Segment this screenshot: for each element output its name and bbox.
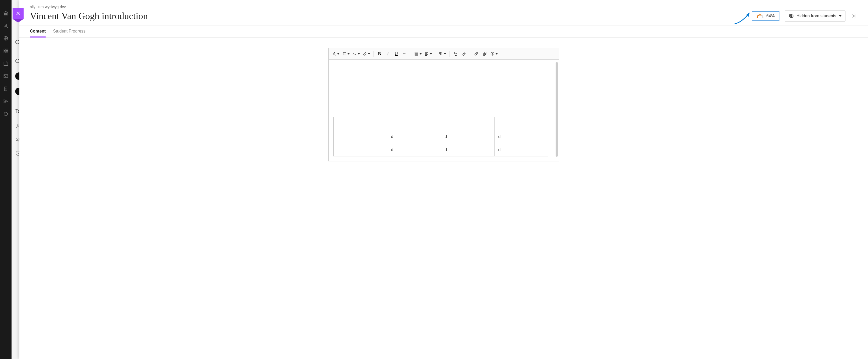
hidden-icon: [788, 13, 794, 19]
svg-point-8: [17, 124, 19, 126]
attach-button[interactable]: [480, 50, 489, 58]
under-text: D: [15, 108, 20, 115]
svg-rect-3: [6, 49, 8, 51]
visibility-dropdown[interactable]: Hidden from students: [785, 10, 845, 22]
link-button[interactable]: [472, 50, 480, 58]
table-cell[interactable]: d: [441, 130, 495, 143]
toolbar-separator: [449, 51, 450, 57]
grid-icon[interactable]: [3, 48, 8, 54]
toolbar-separator: [411, 51, 411, 57]
panel-tabs: Content Student Progress: [20, 25, 868, 37]
svg-point-18: [403, 54, 404, 54]
history-icon[interactable]: [3, 111, 8, 116]
editor-content[interactable]: d d d d d d: [329, 60, 559, 161]
accessibility-score-button[interactable]: 64%: [752, 11, 779, 21]
svg-point-20: [405, 54, 406, 54]
page-title[interactable]: Vincent Van Gogh introduction: [30, 10, 752, 22]
chevron-down-icon: [839, 15, 841, 17]
svg-point-0: [5, 24, 7, 26]
svg-point-9: [17, 138, 18, 140]
svg-rect-21: [415, 52, 418, 55]
table-row: d d d: [334, 130, 548, 143]
calendar-icon[interactable]: [3, 61, 8, 66]
settings-button[interactable]: [851, 12, 858, 20]
bold-button[interactable]: B: [376, 50, 383, 58]
breadcrumb[interactable]: ally-ultra-wysiwyg-dev: [30, 5, 752, 9]
table-row: [334, 117, 548, 130]
content-table[interactable]: d d d d d d: [333, 117, 548, 157]
table-row: d d d: [334, 143, 548, 157]
svg-text:A: A: [354, 53, 356, 55]
nav-rail: [0, 0, 11, 359]
tab-content[interactable]: Content: [30, 25, 45, 37]
send-icon[interactable]: [3, 99, 8, 104]
panel-header: ally-ultra-wysiwyg-dev Vincent Van Gogh …: [20, 0, 868, 25]
font-family-dropdown[interactable]: [341, 50, 351, 58]
table-cell[interactable]: d: [495, 143, 548, 157]
editor-scrollbar[interactable]: [556, 62, 558, 157]
table-dropdown[interactable]: [413, 50, 423, 58]
mail-icon[interactable]: [3, 74, 8, 79]
table-cell[interactable]: [495, 117, 548, 130]
paragraph-dropdown[interactable]: [437, 50, 447, 58]
svg-rect-5: [6, 51, 8, 53]
table-cell[interactable]: [334, 130, 388, 143]
gauge-icon: [756, 13, 764, 18]
align-dropdown[interactable]: [423, 50, 433, 58]
underline-button[interactable]: U: [392, 50, 400, 58]
more-formatting-button[interactable]: [401, 50, 409, 58]
tab-student-progress[interactable]: Student Progress: [53, 25, 86, 37]
table-cell[interactable]: d: [387, 143, 441, 157]
close-panel-button[interactable]: [12, 8, 24, 19]
table-cell[interactable]: d: [387, 130, 441, 143]
editor-toolbar: AA B I U: [329, 48, 559, 60]
wysiwyg-editor: AA B I U: [329, 48, 559, 161]
institution-icon[interactable]: [3, 10, 8, 16]
text-style-dropdown[interactable]: [331, 50, 340, 58]
profile-icon[interactable]: [3, 23, 8, 28]
table-cell[interactable]: d: [495, 130, 548, 143]
svg-rect-4: [4, 51, 5, 53]
toolbar-separator: [435, 51, 435, 57]
svg-point-19: [404, 54, 405, 54]
table-cell[interactable]: [441, 117, 495, 130]
table-cell[interactable]: [334, 117, 388, 130]
italic-button[interactable]: I: [384, 50, 392, 58]
svg-rect-6: [4, 62, 8, 65]
content-editor-panel: ally-ultra-wysiwyg-dev Vincent Van Gogh …: [20, 0, 868, 359]
table-cell[interactable]: d: [441, 143, 495, 157]
document-icon[interactable]: [3, 86, 8, 91]
visibility-label: Hidden from students: [797, 13, 836, 18]
table-cell[interactable]: [334, 143, 388, 157]
svg-rect-7: [4, 75, 8, 78]
font-size-dropdown[interactable]: AA: [351, 50, 361, 58]
score-percent: 64%: [766, 13, 775, 18]
editor-area: AA B I U: [20, 37, 868, 359]
svg-point-17: [366, 55, 366, 55]
undo-button[interactable]: [452, 50, 459, 58]
svg-rect-2: [4, 49, 5, 51]
text-color-dropdown[interactable]: [362, 50, 371, 58]
table-cell[interactable]: [387, 117, 441, 130]
under-text: C: [15, 57, 19, 64]
clear-format-button[interactable]: [460, 50, 468, 58]
insert-dropdown[interactable]: [489, 50, 499, 58]
svg-point-14: [853, 15, 855, 17]
gear-icon: [851, 12, 858, 20]
globe-icon[interactable]: [3, 36, 8, 41]
